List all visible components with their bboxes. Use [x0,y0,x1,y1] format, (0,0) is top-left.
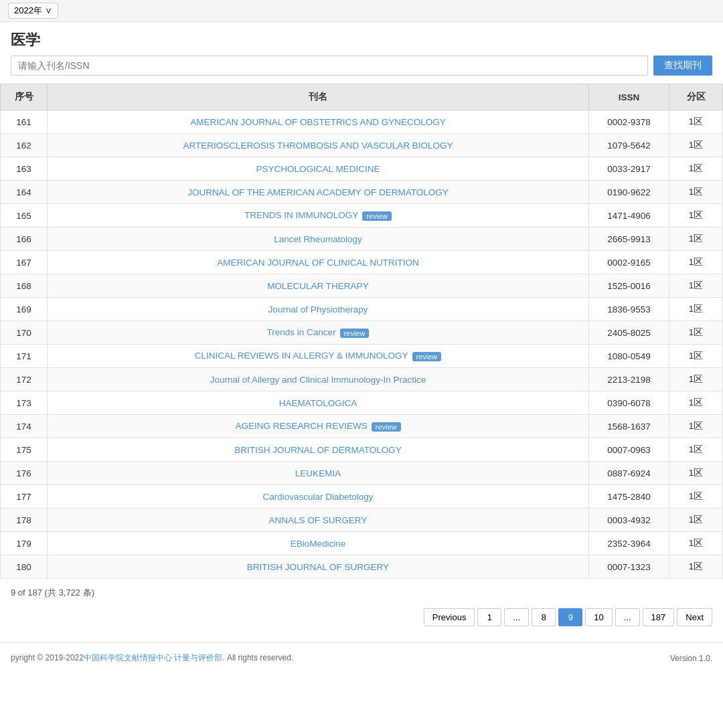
page-1-button[interactable]: 1 [477,608,501,626]
cell-seq: 167 [1,251,48,274]
cell-name[interactable]: AMERICAN JOURNAL OF OBSTETRICS AND GYNEC… [48,110,589,134]
cell-name[interactable]: MOLECULAR THERAPY [48,274,589,298]
table-row: 166Lancet Rheumatology2665-99131区 [1,227,723,251]
review-badge: review [340,329,370,338]
table-row: 174AGEING RESEARCH REVIEWSreview1568-163… [1,415,723,438]
cell-seq: 164 [1,181,48,204]
cell-issn: 0887-6924 [589,462,669,485]
cell-name[interactable]: BRITISH JOURNAL OF SURGERY [48,555,589,579]
search-button[interactable]: 查找期刊 [653,56,712,76]
next-button[interactable]: Next [677,608,712,626]
cell-seq: 178 [1,509,48,532]
cell-zone: 1区 [669,298,723,321]
cell-zone: 1区 [669,555,723,579]
copyright-prefix: pyright © 2019-2022 [11,653,84,662]
cell-name[interactable]: Trends in Cancerreview [48,321,589,345]
pagination: Previous 1 ... 8 9 10 ... 187 Next [0,603,723,637]
page-9-button[interactable]: 9 [558,608,582,626]
cell-name[interactable]: ANNALS OF SURGERY [48,509,589,532]
review-badge: review [362,211,392,221]
table-row: 163PSYCHOLOGICAL MEDICINE0033-29171区 [1,157,723,181]
cell-seq: 173 [1,391,48,415]
cell-seq: 169 [1,298,48,321]
table-row: 165TRENDS IN IMMUNOLOGYreview1471-49061区 [1,204,723,227]
cell-issn: 2665-9913 [589,227,669,251]
cell-issn: 2405-8025 [589,321,669,345]
cell-zone: 1区 [669,368,723,391]
cell-seq: 176 [1,462,48,485]
cell-name[interactable]: TRENDS IN IMMUNOLOGYreview [48,204,589,227]
page-8-button[interactable]: 8 [532,608,556,626]
ellipsis-right: ... [615,608,640,626]
col-header-seq: 序号 [1,84,48,110]
cell-zone: 1区 [669,391,723,415]
cell-zone: 1区 [669,532,723,555]
cell-issn: 1568-1637 [589,415,669,438]
table-row: 177Cardiovascular Diabetology1475-28401区 [1,485,723,509]
search-input[interactable] [11,56,648,76]
cell-zone: 1区 [669,321,723,345]
cell-seq: 171 [1,345,48,368]
table-row: 168MOLECULAR THERAPY1525-00161区 [1,274,723,298]
cell-seq: 170 [1,321,48,345]
page-187-button[interactable]: 187 [643,608,675,626]
cell-zone: 1区 [669,509,723,532]
table-row: 180BRITISH JOURNAL OF SURGERY0007-13231区 [1,555,723,579]
copyright-suffix: . All rights reserved. [222,653,293,662]
table-row: 167AMERICAN JOURNAL OF CLINICAL NUTRITIO… [1,251,723,274]
page-10-button[interactable]: 10 [585,608,612,626]
col-header-zone: 分区 [669,84,723,110]
cell-name[interactable]: ARTERIOSCLEROSIS THROMBOSIS AND VASCULAR… [48,134,589,157]
cell-zone: 1区 [669,438,723,462]
cell-issn: 2213-2198 [589,368,669,391]
cell-seq: 166 [1,227,48,251]
review-badge: review [412,352,442,361]
cell-seq: 162 [1,134,48,157]
cell-name[interactable]: CLINICAL REVIEWS IN ALLERGY & IMMUNOLOGY… [48,345,589,368]
footer-link[interactable]: 中国科学院文献情报中心 计量与评价部 [84,653,222,662]
table-row: 171CLINICAL REVIEWS IN ALLERGY & IMMUNOL… [1,345,723,368]
year-select[interactable]: 2022年 ∨ [8,3,58,19]
cell-zone: 1区 [669,227,723,251]
cell-issn: 1471-4906 [589,204,669,227]
cell-seq: 174 [1,415,48,438]
cell-issn: 1079-5642 [589,134,669,157]
cell-name[interactable]: AGEING RESEARCH REVIEWSreview [48,415,589,438]
cell-name[interactable]: Journal of Allergy and Clinical Immunolo… [48,368,589,391]
cell-name[interactable]: HAEMATOLOGICA [48,391,589,415]
table-row: 161AMERICAN JOURNAL OF OBSTETRICS AND GY… [1,110,723,134]
table-row: 162ARTERIOSCLEROSIS THROMBOSIS AND VASCU… [1,134,723,157]
ellipsis-left: ... [504,608,529,626]
footer-copyright: pyright © 2019-2022中国科学院文献情报中心 计量与评价部. A… [11,652,293,664]
cell-seq: 165 [1,204,48,227]
journal-table: 序号 刊名 ISSN 分区 161AMERICAN JOURNAL OF OBS… [0,84,723,579]
cell-name[interactable]: JOURNAL OF THE AMERICAN ACADEMY OF DERMA… [48,181,589,204]
col-header-issn: ISSN [589,84,669,110]
cell-name[interactable]: PSYCHOLOGICAL MEDICINE [48,157,589,181]
cell-seq: 175 [1,438,48,462]
cell-name[interactable]: Cardiovascular Diabetology [48,485,589,509]
cell-zone: 1区 [669,134,723,157]
table-row: 175BRITISH JOURNAL OF DERMATOLOGY0007-09… [1,438,723,462]
cell-name[interactable]: Journal of Physiotherapy [48,298,589,321]
col-header-name: 刊名 [48,84,589,110]
cell-zone: 1区 [669,251,723,274]
cell-name[interactable]: Lancet Rheumatology [48,227,589,251]
cell-seq: 172 [1,368,48,391]
table-row: 179EBioMedicine2352-39641区 [1,532,723,555]
cell-name[interactable]: AMERICAN JOURNAL OF CLINICAL NUTRITION [48,251,589,274]
cell-zone: 1区 [669,204,723,227]
table-row: 176LEUKEMIA0887-69241区 [1,462,723,485]
cell-issn: 0390-6078 [589,391,669,415]
cell-name[interactable]: LEUKEMIA [48,462,589,485]
table-row: 170Trends in Cancerreview2405-80251区 [1,321,723,345]
table-row: 178ANNALS OF SURGERY0003-49321区 [1,509,723,532]
cell-name[interactable]: BRITISH JOURNAL OF DERMATOLOGY [48,438,589,462]
cell-seq: 179 [1,532,48,555]
cell-seq: 177 [1,485,48,509]
cell-name[interactable]: EBioMedicine [48,532,589,555]
page-title: 医学 [0,22,723,56]
prev-button[interactable]: Previous [424,608,475,626]
cell-zone: 1区 [669,181,723,204]
cell-issn: 2352-3964 [589,532,669,555]
